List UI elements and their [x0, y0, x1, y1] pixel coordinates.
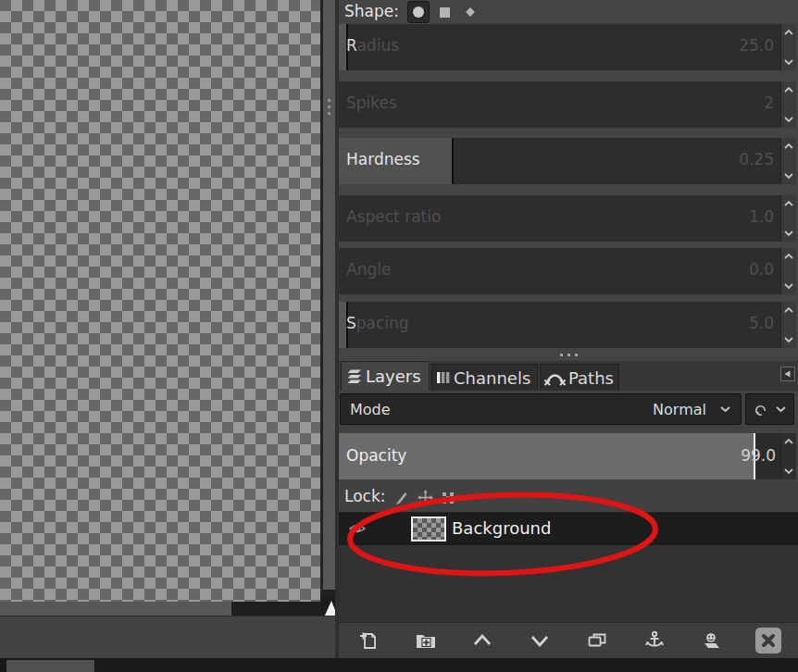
spin-up-icon[interactable] — [783, 438, 794, 445]
spacing-spinner[interactable] — [780, 302, 796, 348]
new-layer-icon — [358, 630, 379, 651]
vertical-scrollbar[interactable] — [323, 0, 335, 602]
chevron-up-icon — [471, 630, 493, 651]
channels-icon — [436, 370, 451, 385]
tab-paths[interactable]: Paths — [540, 364, 619, 391]
spin-up-icon[interactable] — [783, 29, 794, 36]
grip-dot — [560, 354, 563, 356]
vertical-scrollbar-thumb[interactable] — [323, 0, 335, 590]
alpha-lock-icon[interactable] — [441, 490, 456, 505]
horizontal-scrollbar-thumb[interactable] — [0, 602, 231, 616]
angle-spinner[interactable] — [780, 248, 796, 294]
lower-layer-button[interactable] — [525, 626, 555, 655]
spacing-slider[interactable]: Spacing 5.0 — [339, 302, 796, 348]
scrollbar-grip-dot — [328, 112, 330, 115]
spin-down-icon[interactable] — [783, 58, 794, 66]
tab-label: Channels — [454, 368, 530, 388]
opacity-value: 99.0 — [741, 446, 776, 465]
reset-mode-icon — [754, 403, 767, 417]
right-dock-panel: Shape: Radius 25.0 Spikes 2 — [339, 0, 798, 658]
bottom-bar-item — [6, 660, 94, 672]
spikes-spinner[interactable] — [780, 81, 796, 128]
mode-switch-button[interactable] — [745, 393, 794, 425]
layer-row-background[interactable]: Background — [339, 513, 798, 545]
layers-toolbar — [339, 622, 798, 658]
slider-label: Radius — [346, 36, 399, 55]
spin-down-icon[interactable] — [783, 336, 794, 343]
triangle-left-icon — [783, 369, 792, 379]
new-layer-group-icon — [415, 630, 437, 651]
canvas-transparent-checkerboard[interactable] — [0, 0, 320, 602]
opacity-spinner[interactable] — [780, 433, 796, 479]
spin-down-icon[interactable] — [783, 116, 794, 123]
mode-label: Mode — [350, 401, 391, 418]
aspect-ratio-spinner[interactable] — [780, 195, 796, 242]
layer-name: Background — [452, 518, 551, 538]
shape-diamond-button[interactable] — [459, 1, 481, 23]
lock-label: Lock: — [344, 487, 386, 505]
spin-down-icon[interactable] — [783, 467, 794, 475]
move-lock-icon[interactable] — [418, 490, 433, 505]
hardness-slider[interactable]: Hardness 0.25 — [339, 138, 796, 184]
shape-square-button[interactable] — [433, 1, 455, 23]
spikes-slider[interactable]: Spikes 2 — [339, 81, 796, 128]
tab-layers[interactable]: Layers — [341, 361, 430, 391]
slider-value: 5.0 — [749, 314, 774, 332]
opacity-slider[interactable]: Opacity 99.0 — [339, 433, 796, 479]
spin-up-icon[interactable] — [783, 143, 794, 150]
bottom-bar — [0, 658, 798, 672]
horizontal-scrollbar[interactable] — [0, 602, 320, 616]
spin-down-icon[interactable] — [783, 230, 794, 237]
paintbrush-lock-icon[interactable] — [394, 490, 410, 505]
spin-down-icon[interactable] — [783, 282, 794, 290]
pane-splitter-grip[interactable] — [560, 354, 579, 357]
slider-value: 2 — [764, 93, 774, 112]
duplicate-layer-button[interactable] — [582, 626, 612, 655]
hardness-spinner[interactable] — [780, 138, 796, 184]
spin-down-icon[interactable] — [783, 172, 794, 180]
window-lower-margin — [0, 616, 335, 658]
layer-visibility-toggle[interactable] — [348, 521, 367, 536]
aspect-ratio-slider[interactable]: Aspect ratio 1.0 — [339, 195, 796, 242]
add-layer-mask-button[interactable] — [696, 626, 726, 655]
radius-slider[interactable]: Radius 25.0 — [339, 24, 796, 70]
angle-slider[interactable]: Angle 0.0 — [339, 248, 796, 294]
layer-mask-icon — [700, 630, 722, 651]
scrollbar-grip-dot — [328, 99, 330, 102]
layer-thumbnail[interactable] — [411, 516, 446, 541]
layer-opacity-strip: Opacity 99.0 — [339, 428, 798, 483]
raise-layer-button[interactable] — [468, 626, 497, 655]
spin-up-icon[interactable] — [783, 253, 794, 260]
slider-value: 0.0 — [749, 260, 774, 279]
layer-mode-dropdown[interactable]: Mode Normal — [340, 393, 742, 425]
radius-spinner[interactable] — [780, 24, 796, 70]
eye-icon — [348, 521, 367, 536]
lock-row: Lock: — [339, 483, 798, 512]
dock-menu-button[interactable] — [780, 367, 795, 381]
layers-icon — [345, 368, 363, 385]
slider-label: Aspect ratio — [346, 207, 441, 226]
slider-label: Hardness — [346, 150, 420, 168]
mode-value: Normal — [653, 401, 706, 418]
chevron-down-icon — [719, 405, 731, 413]
delete-button-background — [755, 628, 781, 653]
new-layer-group-button[interactable] — [411, 626, 441, 655]
delete-layer-button[interactable] — [754, 626, 783, 655]
shape-label: Shape: — [344, 2, 399, 20]
chevron-down-icon — [775, 405, 787, 413]
chevron-down-icon — [529, 630, 551, 651]
slider-value: 25.0 — [739, 36, 774, 55]
dock-tab-bar: Layers Channels Paths — [339, 361, 798, 391]
new-layer-button[interactable] — [354, 626, 383, 655]
spin-up-icon[interactable] — [783, 86, 794, 93]
slider-label: Angle — [346, 260, 391, 279]
slider-value: 1.0 — [749, 207, 774, 226]
layer-mode-strip: Mode Normal — [339, 391, 798, 428]
shape-circle-button[interactable] — [407, 1, 430, 23]
anchor-layer-button[interactable] — [640, 626, 669, 655]
slider-label: Spikes — [346, 93, 397, 112]
tab-channels[interactable]: Channels — [431, 364, 538, 391]
spin-up-icon[interactable] — [783, 200, 794, 207]
layer-list: Background — [339, 512, 798, 622]
spin-up-icon[interactable] — [783, 306, 794, 314]
